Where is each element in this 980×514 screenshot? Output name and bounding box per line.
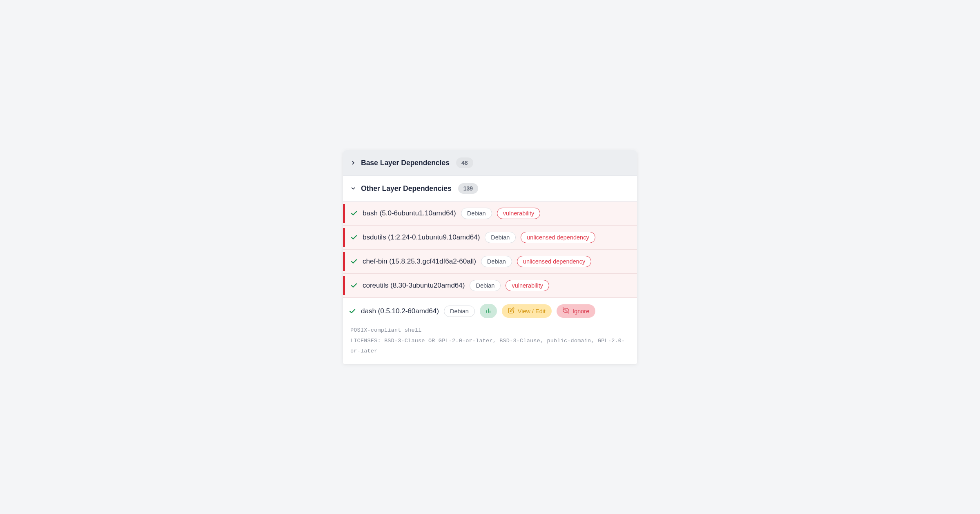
source-pill: Debian — [481, 256, 512, 267]
check-icon — [349, 308, 356, 315]
section-header-other[interactable]: Other Layer Dependencies 139 — [343, 176, 637, 202]
count-badge: 139 — [458, 183, 478, 194]
section-header-base[interactable]: Base Layer Dependencies 48 — [343, 150, 637, 176]
view-edit-label: View / Edit — [518, 308, 546, 315]
chevron-right-icon — [350, 160, 356, 166]
eye-off-icon — [563, 307, 569, 315]
section-title: Other Layer Dependencies — [361, 184, 452, 193]
source-pill: Debian — [461, 208, 492, 219]
dependency-name: chef-bin (15.8.25.3.gcf41df6a2-60all) — [363, 257, 476, 266]
tag-pill: vulnerability — [497, 208, 541, 219]
view-edit-button[interactable]: View / Edit — [502, 304, 552, 318]
dependency-row[interactable]: chef-bin (15.8.25.3.gcf41df6a2-60all) De… — [343, 250, 637, 274]
ignore-button[interactable]: Ignore — [557, 304, 595, 318]
stats-button[interactable] — [480, 304, 497, 318]
check-icon — [350, 258, 358, 265]
section-title: Base Layer Dependencies — [361, 159, 450, 167]
check-icon — [350, 210, 358, 217]
dependency-row[interactable]: coreutils (8.30-3ubuntu20amd64) Debian v… — [343, 274, 637, 298]
chevron-down-icon — [350, 186, 356, 191]
tag-pill: unlicensed dependency — [517, 256, 591, 267]
tag-pill: unlicensed dependency — [521, 232, 595, 243]
dependency-name: dash (0.5.10.2-60amd64) — [361, 307, 439, 315]
source-pill: Debian — [470, 280, 501, 291]
dependency-row[interactable]: bash (5.0-6ubuntu1.10amd64) Debian vulne… — [343, 202, 637, 226]
dependency-name: coreutils (8.30-3ubuntu20amd64) — [363, 281, 465, 290]
dependency-row[interactable]: bsdutils (1:2.24-0.1ubuntu9.10amd64) Deb… — [343, 226, 637, 250]
dependency-details: POSIX-compliant shell LICENSES: BSD-3-Cl… — [343, 324, 637, 364]
count-badge: 48 — [456, 157, 473, 168]
ignore-label: Ignore — [572, 308, 589, 315]
check-icon — [350, 234, 358, 241]
dependency-description: POSIX-compliant shell — [350, 325, 630, 336]
dependency-row-expanded[interactable]: dash (0.5.10.2-60amd64) Debian View / Ed… — [343, 298, 637, 324]
dependencies-panel: Base Layer Dependencies 48 Other Layer D… — [343, 150, 637, 364]
dependency-name: bash (5.0-6ubuntu1.10amd64) — [363, 209, 456, 217]
source-pill: Debian — [444, 306, 475, 317]
tag-pill: vulnerability — [506, 280, 549, 291]
check-icon — [350, 282, 358, 289]
dependency-name: bsdutils (1:2.24-0.1ubuntu9.10amd64) — [363, 233, 480, 241]
source-pill: Debian — [485, 232, 516, 243]
dependency-licenses: LICENSES: BSD-3-Clause OR GPL-2.0-or-lat… — [350, 336, 630, 357]
bar-chart-icon — [485, 307, 492, 315]
edit-icon — [508, 307, 514, 315]
